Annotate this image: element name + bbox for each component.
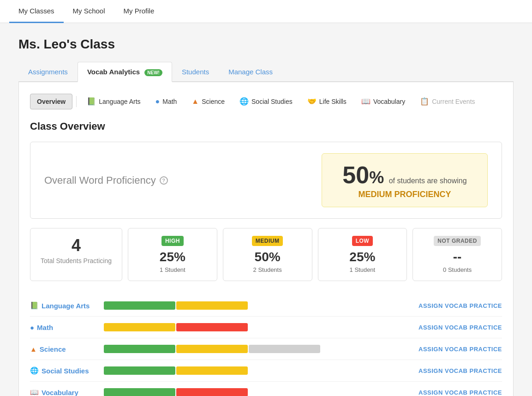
stat-box-not-graded: NOT GRADED -- 0 Students [412,228,502,281]
main-card: Overview 📗 Language Arts ● Math ▲ Scienc… [18,82,514,396]
language-arts-icon: 📗 [87,97,96,106]
low-students: 1 Student [328,266,398,273]
bar-yellow [176,345,248,353]
subject-tab-vocabulary[interactable]: 📖 Vocabulary [355,93,412,109]
current-events-icon: 📋 [420,97,429,106]
subject-row-math: ● Math ASSIGN VOCAB PRACTICE [30,317,502,338]
bar-yellow [176,301,248,310]
bar-yellow [104,323,175,331]
subject-tab-overview[interactable]: Overview [30,94,72,109]
subject-tab-current-events[interactable]: 📋 Current Events [413,93,481,109]
assign-vocab-link-social-studies[interactable]: ASSIGN VOCAB PRACTICE [418,367,502,374]
nav-item-my-school[interactable]: My School [64,0,114,23]
math-row-name[interactable]: ● Math [30,324,95,331]
math-icon: ● [155,97,160,106]
tabs-container: Assignments Vocab Analytics NEW! Student… [18,61,514,82]
nav-item-my-classes[interactable]: My Classes [9,0,64,23]
vocabulary-row-icon: 📖 [30,388,39,396]
language-arts-row-icon: 📗 [30,301,39,310]
subject-row-vocabulary: 📖 Vocabulary ASSIGN VOCAB PRACTICE [30,382,502,396]
high-percent: 25% [137,250,208,264]
science-bars [104,345,409,353]
proficiency-card: Overall Word Proficiency ? 50% of studen… [30,142,502,219]
total-students-number: 4 [40,236,113,255]
medium-label: MEDIUM [252,236,283,246]
help-icon[interactable]: ? [160,176,168,185]
section-title: Class Overview [30,120,502,132]
life-skills-icon: 🤝 [307,97,317,106]
medium-percent: 50% [233,250,303,264]
language-arts-name[interactable]: 📗 Language Arts [30,301,95,310]
assign-vocab-link-science[interactable]: ASSIGN VOCAB PRACTICE [418,346,502,353]
proficiency-percent-sign: % [369,168,384,187]
bar-yellow [176,366,248,375]
math-bars [104,323,409,331]
low-percent: 25% [328,250,398,264]
stat-box-high: HIGH 25% 1 Student [128,228,217,281]
subject-tab-math[interactable]: ● Math [149,94,184,109]
proficiency-of-text: of students are showing [389,177,467,185]
science-icon: ▲ [191,97,199,106]
subject-tabs: Overview 📗 Language Arts ● Math ▲ Scienc… [30,93,502,109]
subject-tab-language-arts[interactable]: 📗 Language Arts [80,93,147,109]
proficiency-percent: 50 [342,162,369,188]
bar-green [104,366,175,375]
not-graded-label: NOT GRADED [434,236,481,246]
bar-red [176,323,248,331]
new-badge: NEW! [144,69,162,76]
bar-red [176,388,248,396]
subject-tab-social-studies[interactable]: 🌐 Social Studies [233,93,299,109]
subject-row-science: ▲ Science ASSIGN VOCAB PRACTICE [30,338,502,360]
proficiency-label: Overall Word Proficiency ? [44,174,168,186]
tab-manage-class[interactable]: Manage Class [219,62,282,81]
vocabulary-icon: 📖 [361,97,371,106]
bar-gray [249,345,320,353]
language-arts-bars [104,301,409,310]
high-students: 1 Student [137,266,208,273]
page-title: Ms. Leo's Class [18,37,514,52]
tab-assignments[interactable]: Assignments [18,62,78,81]
total-students-label: Total Students Practicing [40,257,113,264]
proficiency-result: 50% of students are showing MEDIUM PROFI… [322,153,488,207]
low-label: LOW [352,236,373,246]
subject-tab-life-skills[interactable]: 🤝 Life Skills [301,93,353,109]
science-row-name[interactable]: ▲ Science [30,345,95,353]
assign-vocab-link-language-arts[interactable]: ASSIGN VOCAB PRACTICE [418,302,502,309]
tab-vocab-analytics[interactable]: Vocab Analytics NEW! [78,62,172,82]
assign-vocab-link-vocabulary[interactable]: ASSIGN VOCAB PRACTICE [418,389,502,396]
stat-box-medium: MEDIUM 50% 2 Students [223,228,312,281]
science-row-icon: ▲ [30,345,37,353]
tab-divider [76,96,77,107]
total-students-box: 4 Total Students Practicing [30,228,122,281]
math-row-icon: ● [30,324,34,331]
nav-item-my-profile[interactable]: My Profile [114,0,164,23]
vocabulary-bars [104,388,409,396]
tab-students[interactable]: Students [172,62,219,81]
social-studies-row-name[interactable]: 🌐 Social Studies [30,366,95,375]
proficiency-level-label: MEDIUM PROFICIENCY [335,190,474,199]
social-studies-row-icon: 🌐 [30,366,39,375]
proficiency-percent-line: 50% of students are showing [335,161,474,189]
stats-row: 4 Total Students Practicing HIGH 25% 1 S… [30,228,502,281]
high-label: HIGH [161,236,184,246]
vocabulary-row-name[interactable]: 📖 Vocabulary [30,388,95,396]
bar-green [104,301,175,310]
subject-tab-science[interactable]: ▲ Science [185,94,231,109]
social-studies-bars [104,366,409,375]
medium-students: 2 Students [233,266,303,273]
social-studies-icon: 🌐 [239,97,249,106]
bar-green [104,345,175,353]
subject-row-language-arts: 📗 Language Arts ASSIGN VOCAB PRACTICE [30,295,502,317]
subject-rows: 📗 Language Arts ASSIGN VOCAB PRACTICE ● … [30,295,502,396]
subject-row-social-studies: 🌐 Social Studies ASSIGN VOCAB PRACTICE [30,360,502,382]
not-graded-students: 0 Students [422,266,492,273]
not-graded-percent: -- [422,250,492,264]
bar-green [104,388,175,396]
stat-box-low: LOW 25% 1 Student [318,228,407,281]
assign-vocab-link-math[interactable]: ASSIGN VOCAB PRACTICE [418,324,502,331]
